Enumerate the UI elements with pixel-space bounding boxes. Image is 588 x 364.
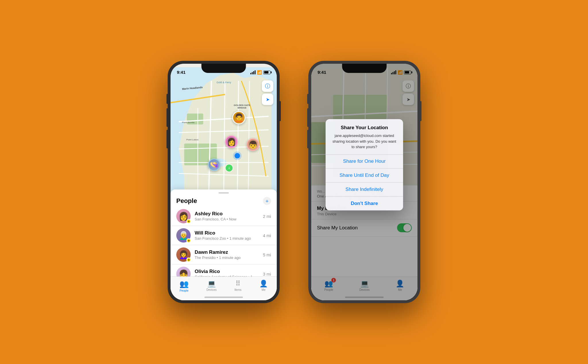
phone-2: 9:41 📶 <box>308 61 420 303</box>
map-svg-1: i <box>171 64 277 201</box>
person-name-ashley: Ashley Rico <box>195 211 263 217</box>
person-item-dawn[interactable]: 👩‍🦱 ★ Dawn Ramirez The Presidio • 1 minu… <box>171 245 277 264</box>
person-name-will: Will Rico <box>195 230 263 236</box>
person-distance-ashley: 2 mi <box>263 214 271 219</box>
alert-dialog: Share Your Location jane.appleseed@iclou… <box>326 119 403 210</box>
person-detail-will: San Francisco Zoo • 1 minute ago <box>195 236 263 241</box>
person-name-dawn: Dawn Ramirez <box>195 249 263 255</box>
share-one-hour-btn[interactable]: Share for One Hour <box>326 154 403 169</box>
person-detail-dawn: The Presidio • 1 minute ago <box>195 255 263 260</box>
people-sheet: People ＋ 👩 ★ Ashley Rico San Francisco, … <box>171 189 277 300</box>
people-title: People <box>176 197 197 205</box>
map-area-1: i Marin Headlands Gold & Ferry GOLDEN GA… <box>171 64 277 201</box>
map-pin-1: 🧑‍🦱 <box>232 111 245 124</box>
background: 9:41 📶 <box>0 0 588 364</box>
dont-share-btn[interactable]: Don't Share <box>326 197 403 210</box>
phone-1-screen: 9:41 📶 <box>171 64 277 300</box>
map-location-btn[interactable]: ➤ <box>262 94 273 105</box>
map-pin-4: 👒 <box>208 158 220 171</box>
person-item-will[interactable]: 👨‍🦳 ★ Will Rico San Francisco Zoo • 1 mi… <box>171 226 277 245</box>
phone-1: 9:41 📶 <box>168 61 280 303</box>
phone-2-screen: 9:41 📶 <box>311 64 417 300</box>
alert-overlay: Share Your Location jane.appleseed@iclou… <box>311 64 417 300</box>
map-pin-3: 👦 <box>247 138 259 151</box>
tab-people[interactable]: 👥 People <box>179 280 189 292</box>
tab-devices[interactable]: 💻 Devices <box>206 280 217 291</box>
person-detail-ashley: San Francisco, CA • Now <box>195 217 263 221</box>
notch-1 <box>202 64 246 73</box>
person-distance-olivia: 3 mi <box>263 272 271 276</box>
phones-container: 9:41 📶 <box>168 61 420 303</box>
time-1: 9:41 <box>177 70 185 75</box>
add-person-btn[interactable]: ＋ <box>263 197 271 205</box>
tab-me[interactable]: 👤 Me <box>259 280 268 291</box>
svg-point-17 <box>233 151 241 160</box>
share-end-of-day-btn[interactable]: Share Until End of Day <box>326 169 403 183</box>
person-distance-will: 4 mi <box>263 233 271 238</box>
map-info-btn[interactable]: ⓘ <box>262 80 273 92</box>
map-pin-2: 👩 <box>225 135 238 148</box>
alert-title: Share Your Location <box>331 125 397 131</box>
tab-items[interactable]: ⠿ Items <box>235 280 241 291</box>
person-item-ashley[interactable]: 👩 ★ Ashley Rico San Francisco, CA • Now … <box>171 207 277 226</box>
alert-message: jane.appleseed@icloud.com started sharin… <box>331 133 397 150</box>
person-name-olivia: Olivia Rico <box>195 269 263 274</box>
svg-text:i: i <box>229 166 230 170</box>
share-indefinitely-btn[interactable]: Share Indefinitely <box>326 183 403 197</box>
person-distance-dawn: 5 mi <box>263 252 271 257</box>
